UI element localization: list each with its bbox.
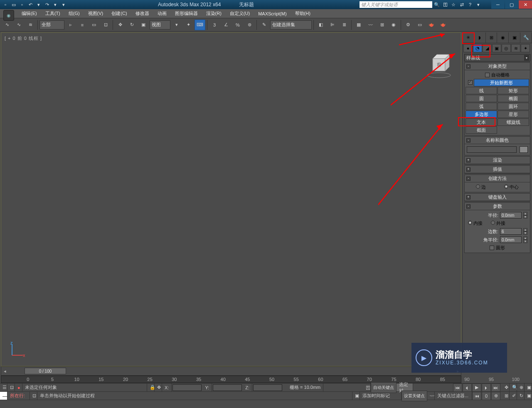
minimize-button[interactable]: ─ — [491, 0, 505, 9]
star-icon[interactable]: ☆ — [450, 1, 457, 8]
autokey-button[interactable]: 自动关键点 — [371, 382, 397, 393]
selection-set-dropdown[interactable]: 创建选择集 — [270, 20, 312, 29]
exchange-icon[interactable]: ⇄ — [458, 1, 466, 8]
name-color-header[interactable]: -名称和颜色 — [465, 137, 530, 144]
lock-icon[interactable]: 🔒 — [147, 383, 155, 391]
keyboard-shortcut-icon[interactable]: ⌨ — [195, 20, 205, 30]
binoculars-icon[interactable]: 🔍 — [433, 1, 441, 8]
circle-button[interactable]: 圆 — [466, 95, 497, 102]
edge-radio[interactable] — [476, 184, 480, 189]
select-icon[interactable]: ▹ — [65, 20, 76, 30]
play-icon[interactable]: ▶ — [472, 383, 481, 392]
angle-snap-icon[interactable]: ∠ — [221, 20, 232, 30]
menu-create[interactable]: 创建(C) — [107, 10, 131, 17]
window-crossing-icon[interactable]: ⊡ — [100, 20, 111, 30]
material-icon[interactable]: ◉ — [388, 20, 399, 30]
app-menu-icon[interactable]: ◉ — [3, 10, 14, 21]
time-slider-handle[interactable]: 0 / 100 — [25, 368, 66, 374]
start-new-shape-button[interactable]: 开始新图形 — [474, 79, 529, 86]
nav2-2-icon[interactable]: ✐ — [510, 392, 517, 400]
circular-checkbox[interactable] — [490, 246, 494, 250]
mirror-icon[interactable]: ◧ — [315, 20, 326, 30]
nav2-1-icon[interactable]: ⊞ — [502, 392, 510, 400]
radius-spinner[interactable]: 0.0mm — [500, 212, 522, 219]
layers-icon[interactable]: ≣ — [339, 20, 350, 30]
nav-pan-icon[interactable]: ✥ — [502, 383, 510, 391]
redo-dd-icon[interactable]: ▾ — [52, 1, 59, 8]
pivot-icon[interactable]: ▾ — [171, 20, 182, 30]
render-prod-icon[interactable]: 🫖 — [438, 20, 448, 30]
render-setup-icon[interactable]: ⚙ — [403, 20, 414, 30]
z-coord-input[interactable] — [253, 384, 282, 391]
percent-snap-icon[interactable]: % — [232, 20, 243, 30]
setkey-button[interactable]: 设置关键点 — [401, 391, 427, 401]
render-icon[interactable]: 🫖 — [426, 20, 437, 30]
key-icon[interactable]: ⚿ — [441, 1, 449, 8]
add-time-tag[interactable]: 添加时间标记 — [360, 392, 401, 400]
hierarchy-tab-icon[interactable]: ⊞ — [486, 32, 498, 43]
sides-spinner[interactable]: 6 — [500, 228, 522, 235]
newshape-checkbox[interactable] — [468, 80, 473, 85]
nav2-3-icon[interactable]: ↻ — [517, 392, 525, 400]
autogrid-checkbox[interactable] — [485, 73, 490, 77]
scale-icon[interactable]: ▣ — [138, 20, 149, 30]
inscribed-radio[interactable] — [468, 221, 472, 225]
prev-frame-icon[interactable]: ⏴ — [463, 383, 472, 392]
keyboard-header[interactable]: +键盘输入 — [465, 194, 530, 201]
maximize-button[interactable]: ▢ — [505, 0, 518, 9]
search-input[interactable]: 键入关键字或短语 — [360, 1, 432, 8]
section-button[interactable]: 截面 — [466, 126, 497, 134]
creation-method-header[interactable]: -创建方法 — [465, 175, 530, 182]
link-icon[interactable]: ∿ — [2, 20, 12, 30]
viewcube[interactable]: 前 — [424, 49, 453, 79]
select-rect-icon[interactable]: ▭ — [89, 20, 99, 30]
key-mode-icon[interactable]: ⏮ — [472, 392, 481, 400]
menu-tools[interactable]: 工具(T) — [41, 10, 64, 17]
time-config-icon[interactable]: 0 — [482, 392, 491, 400]
close-button[interactable]: ✕ — [519, 0, 532, 9]
display-tab-icon[interactable]: ▣ — [509, 32, 520, 43]
goto-start-icon[interactable]: ⏮ — [453, 383, 462, 392]
bind-icon[interactable]: ≋ — [25, 20, 36, 30]
manipulate-icon[interactable]: ✦ — [183, 20, 194, 30]
sides-dn[interactable]: ▼ — [523, 231, 527, 235]
radius-up[interactable]: ▲ — [523, 212, 527, 215]
modify-tab-icon[interactable]: ◗ — [474, 32, 486, 43]
new-icon[interactable]: ▫ — [2, 1, 9, 8]
cameras-icon[interactable]: ▣ — [492, 44, 501, 52]
align-icon[interactable]: ⊫ — [327, 20, 338, 30]
params-header[interactable]: -参数 — [465, 203, 530, 210]
menu-help[interactable]: 帮助(H) — [291, 10, 315, 17]
snap-3-icon[interactable]: 3 — [209, 20, 220, 30]
helix-button[interactable]: 螺旋线 — [498, 118, 529, 126]
help-dd-icon[interactable]: ▾ — [475, 1, 482, 8]
goto-end-icon[interactable]: ⏭ — [491, 383, 500, 392]
render-frame-icon[interactable]: ▭ — [414, 20, 425, 30]
timetag-icon[interactable]: ▣ — [352, 392, 360, 400]
menu-rendering[interactable]: 渲染(R) — [202, 10, 226, 17]
ellipse-button[interactable]: 椭圆 — [498, 95, 529, 102]
spline-subtype-dropdown[interactable]: 样条线 — [464, 54, 530, 61]
edit-selset-icon[interactable]: ✎ — [259, 20, 269, 30]
next-frame-icon[interactable]: ⏵ — [482, 383, 491, 392]
center-radio[interactable] — [504, 184, 508, 189]
nav2-4-icon[interactable]: ▣ — [525, 392, 532, 400]
render-header[interactable]: +渲染 — [465, 157, 530, 164]
rectangle-button[interactable]: 矩形 — [498, 87, 529, 94]
spinner-snap-icon[interactable]: ⊚ — [244, 20, 255, 30]
menu-customize[interactable]: 自定义(U) — [226, 10, 254, 17]
curve-editor-icon[interactable]: 〰 — [365, 20, 376, 30]
object-name-input[interactable] — [467, 146, 517, 153]
spinner-icon[interactable]: ⊕ — [491, 392, 500, 400]
undo-icon[interactable]: ↶ — [27, 1, 34, 8]
object-type-header[interactable]: -对象类型 — [465, 63, 530, 70]
keyfilter-button[interactable]: 关键点过滤器... — [435, 392, 472, 400]
interp-header[interactable]: +插值 — [465, 166, 530, 173]
spacewarps-icon[interactable]: ≋ — [511, 44, 520, 52]
redo-icon[interactable]: ↷ — [43, 1, 51, 8]
helpers-icon[interactable]: ◎ — [502, 44, 511, 52]
viewport[interactable]: [ + 0 前 0 线框 ] 前 z x — [1, 32, 461, 366]
shapes-icon[interactable]: ◔ — [473, 44, 482, 52]
coord-icon[interactable]: ✥ — [155, 383, 162, 391]
more-icon[interactable]: ▾ — [60, 1, 67, 8]
